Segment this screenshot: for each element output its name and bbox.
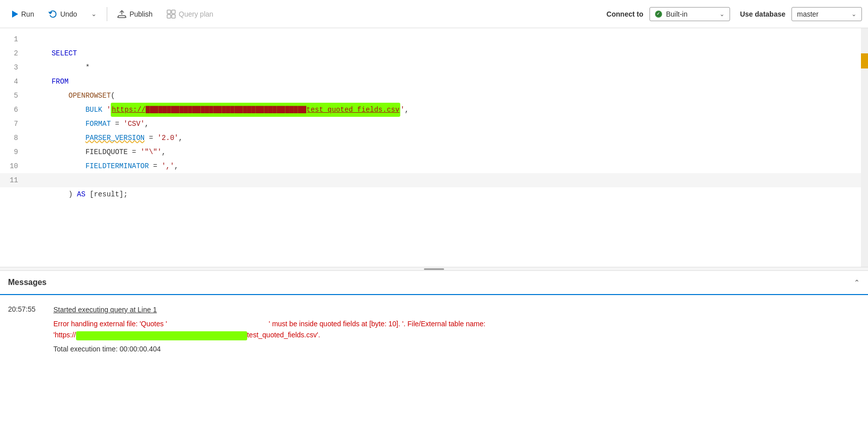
editor-scrollbar-thumb [861,53,868,68]
database-dropdown[interactable]: master ⌄ [791,7,862,21]
undo-button[interactable]: Undo [42,7,83,22]
line-num-1: 1 [0,32,26,46]
result-text: [result]; [86,190,128,198]
line-num-3: 3 [0,60,26,75]
code-line-3: FROM [26,60,861,75]
code-line-1: SELECT [26,32,861,46]
messages-collapse-button[interactable]: ⌃ [854,278,860,286]
publish-label: Publish [129,10,153,18]
messages-title: Messages [8,278,47,287]
line-num-6: 6 [0,103,26,117]
query-plan-button[interactable]: Query plan [161,7,219,22]
message-timestamp: 20:57:55 [8,305,43,353]
line-num-4: 4 [0,75,26,89]
line-num-10: 10 [0,159,26,173]
run-label: Run [21,10,34,18]
code-line-10: HEADER_ROW = TRUE [26,159,861,173]
messages-panel: Messages ⌃ 20:57:55 Started executing qu… [0,271,868,432]
query-plan-label: Query plan [179,10,213,18]
error-text-2: 'https:// test_quoted_fields.csv'. [53,331,320,339]
dropdown-arrow-button[interactable]: ⌄ [85,7,103,21]
code-line-5: BULK 'https://██████████████████████████… [26,89,861,103]
code-line-9: FIELDTERMINATOR = ',', [26,145,861,159]
svg-rect-5 [172,10,175,14]
svg-rect-2 [117,17,118,18]
line-num-5: 5 [0,89,26,103]
resize-handle-bar [424,268,444,270]
kw-as: AS [77,190,86,198]
message-error: Error handling external file: 'Quotes ' … [53,318,860,341]
query-plan-icon [167,10,176,19]
toolbar: Run Undo ⌄ Publish Query plan Connect to [0,0,868,28]
connection-name: Built-in [666,10,715,18]
executing-query-link[interactable]: Started executing query at Line 1 [53,306,157,314]
chevron-up-icon: ⌃ [854,278,860,286]
code-line-7: PARSER_VERSION = '2.0', [26,117,861,131]
message-total-time: Total execution time: 00:00:00.404 [53,345,860,353]
run-button[interactable]: Run [6,7,40,21]
connection-chevron-icon: ⌄ [719,11,725,18]
message-row-1: 20:57:55 Started executing query at Line… [8,305,860,353]
code-editor[interactable]: SELECT * FROM OPENROWSET( BULK 'https://… [26,28,861,267]
chevron-down-icon: ⌄ [91,10,97,18]
line-num-11: 11 [0,173,26,187]
line-num-7: 7 [0,117,26,131]
svg-rect-0 [118,16,125,18]
code-line-11: ) AS [result]; [26,173,861,187]
connection-status-icon [655,11,662,18]
run-icon [12,11,18,18]
message-content-1: Started executing query at Line 1 Error … [53,305,860,353]
svg-rect-6 [167,15,171,18]
undo-label: Undo [60,10,77,18]
database-name: master [797,10,847,18]
undo-icon [48,10,57,19]
publish-icon [117,10,126,19]
line-num-9: 9 [0,145,26,159]
line-num-2: 2 [0,46,26,60]
resize-handle[interactable] [0,267,868,271]
svg-rect-7 [172,15,175,18]
line-numbers: 1 2 3 4 5 6 7 8 9 10 11 [0,28,26,267]
editor-area[interactable]: 1 2 3 4 5 6 7 8 9 10 11 SELECT * FROM OP… [0,28,868,267]
use-database-label: Use database [740,10,785,18]
code-line-6: FORMAT = 'CSV', [26,103,861,117]
code-line-2: * [26,46,861,60]
messages-body[interactable]: 20:57:55 Started executing query at Line… [0,295,868,432]
code-line-8: FIELDQUOTE = '"\"', [26,131,861,145]
indent-11 [51,190,68,198]
database-chevron-icon: ⌄ [851,11,856,18]
svg-rect-4 [167,10,171,14]
connect-to-label: Connect to [607,10,643,18]
editor-scrollbar[interactable] [861,28,868,267]
svg-rect-3 [125,17,126,18]
messages-header: Messages ⌃ [0,271,868,295]
line-num-8: 8 [0,131,26,145]
toolbar-divider-1 [107,7,107,21]
publish-button[interactable]: Publish [111,7,159,22]
connection-dropdown[interactable]: Built-in ⌄ [649,7,730,21]
paren-close: ) [68,190,77,198]
error-text-1: Error handling external file: 'Quotes ' … [53,320,485,328]
code-line-4: OPENROWSET( [26,75,861,89]
